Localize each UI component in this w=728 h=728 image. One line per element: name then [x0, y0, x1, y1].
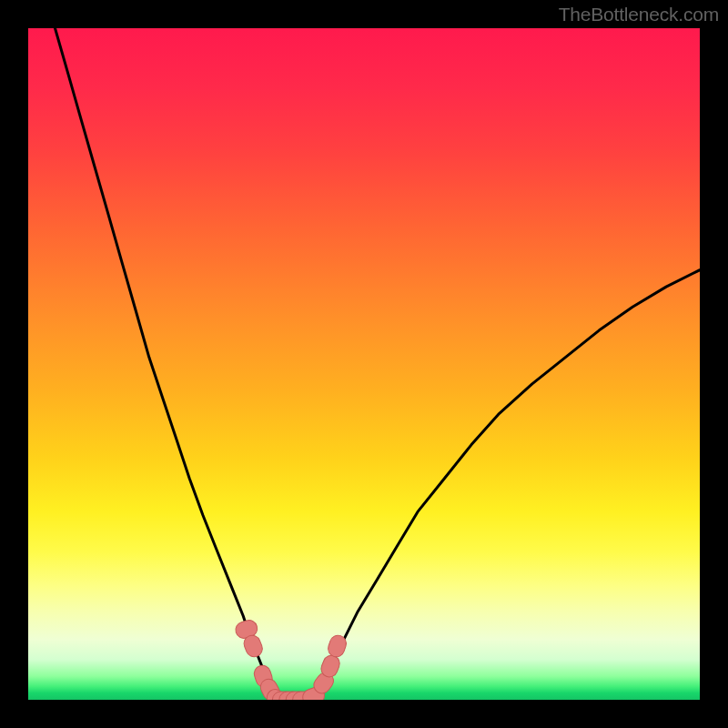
plot-frame: [28, 28, 700, 700]
watermark-text: TheBottleneck.com: [559, 4, 719, 25]
marker-group: [234, 618, 349, 700]
bottleneck-chart: [28, 28, 700, 700]
bottleneck-curve-path: [56, 28, 701, 700]
